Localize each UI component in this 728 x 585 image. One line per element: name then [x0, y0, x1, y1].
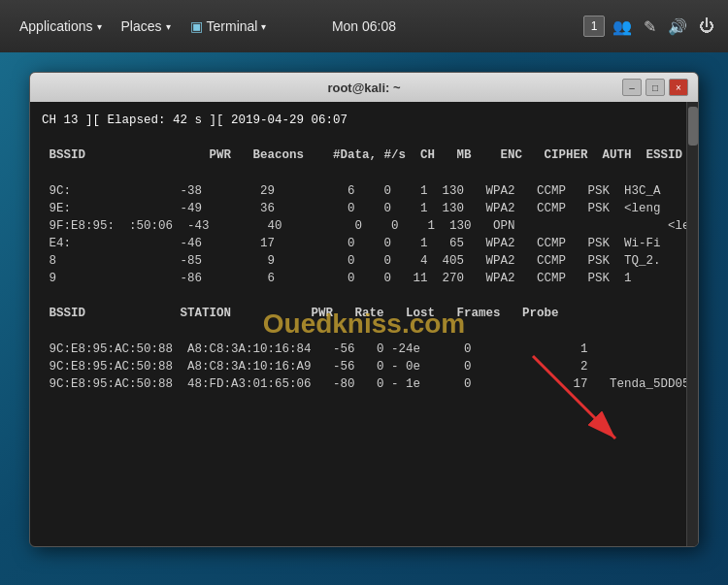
taskbar-right: 1 👥 ✎ 🔊 ⏻: [583, 14, 718, 40]
minimize-button[interactable]: –: [622, 79, 642, 96]
data-row-1: 9C: -38 29 6 0 1 130 WPA2 CCMP PSK H3C_A: [42, 182, 675, 200]
terminal-arrow-icon: ▾: [261, 21, 266, 32]
places-label: Places: [121, 18, 162, 34]
people-icon: 👥: [609, 14, 636, 40]
data-row-4: E4: -46 17 0 0 1 65 WPA2 CCMP PSK Wi-Fi: [42, 235, 675, 252]
applications-label: Applications: [19, 18, 93, 34]
data-row-2: 9E: -49 36 0 0 1 130 WPA2 CCMP PSK <leng: [42, 200, 675, 217]
station-row-1: 9C:E8:95:AC:50:88 A8:C8:3A:10:16:84 -56 …: [42, 341, 675, 358]
workspace-badge[interactable]: 1: [583, 16, 605, 37]
header-line: CH 13 ][ Elapsed: 42 s ][ 2019-04-29 06:…: [42, 112, 675, 129]
data-row-6: 9 -86 6 0 0 11 270 WPA2 CCMP PSK 1: [42, 270, 675, 287]
places-arrow-icon: ▾: [166, 21, 171, 32]
data-row-3: 9F:E8:95: :50:06 -43 40 0 0 1 130 OPN <l…: [42, 217, 675, 235]
edit-icon: ✎: [640, 14, 660, 40]
close-button[interactable]: ×: [669, 79, 688, 96]
power-icon[interactable]: ⏻: [695, 14, 718, 39]
terminal-body: CH 13 ][ Elapsed: 42 s ][ 2019-04-29 06:…: [30, 102, 698, 546]
col-header-1: BSSID PWR Beacons #Data, #/s CH MB ENC C…: [42, 146, 675, 164]
desktop: root@kali: ~ – □ × CH 13 ][ Elapsed: 42 …: [0, 52, 728, 585]
terminal-menu[interactable]: ▣ Terminal ▾: [181, 13, 277, 40]
data-row-5: 8 -85 9 0 0 4 405 WPA2 CCMP PSK TQ_2.: [42, 252, 675, 270]
taskbar-clock: Mon 06:08: [332, 18, 396, 34]
terminal-icon: ▣: [190, 18, 203, 34]
maximize-button[interactable]: □: [645, 79, 665, 96]
terminal-title: root@kali: ~: [327, 81, 400, 95]
terminal-window: root@kali: ~ – □ × CH 13 ][ Elapsed: 42 …: [29, 72, 699, 547]
terminal-label: Terminal: [207, 18, 258, 34]
terminal-titlebar: root@kali: ~ – □ ×: [30, 73, 698, 102]
station-row-2: 9C:E8:95:AC:50:88 A8:C8:3A:10:16:A9 -56 …: [42, 358, 675, 375]
places-menu[interactable]: Places ▾: [112, 13, 181, 40]
taskbar: Applications ▾ Places ▾ ▣ Terminal ▾ Mon…: [0, 0, 728, 52]
scrollbar-thumb[interactable]: [688, 107, 698, 146]
col-header-2: BSSID STATION PWR Rate Lost Frames Probe: [42, 305, 675, 322]
volume-icon: 🔊: [664, 14, 691, 40]
terminal-content[interactable]: CH 13 ][ Elapsed: 42 s ][ 2019-04-29 06:…: [30, 102, 686, 546]
scrollbar[interactable]: [686, 102, 698, 546]
applications-menu[interactable]: Applications ▾: [10, 13, 112, 40]
station-row-3: 9C:E8:95:AC:50:88 48:FD:A3:01:65:06 -80 …: [42, 375, 675, 393]
terminal-controls: – □ ×: [622, 79, 688, 96]
applications-arrow-icon: ▾: [97, 21, 102, 32]
